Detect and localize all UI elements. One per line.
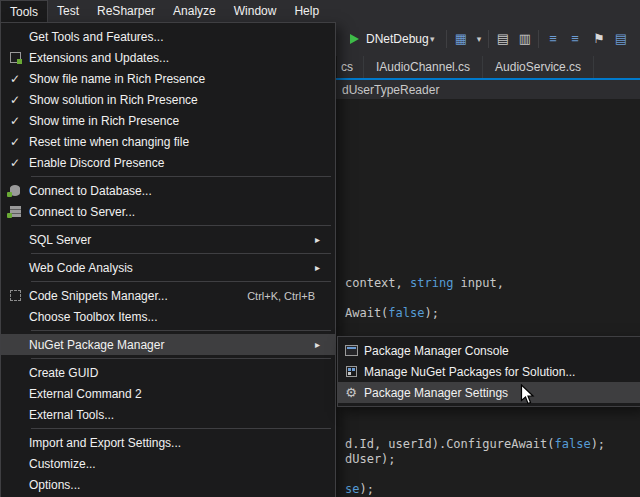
navigate-forward-icon[interactable]: ≡ [566, 22, 584, 56]
tab-label: AudioService.cs [495, 60, 581, 74]
menu-item-label: Customize... [29, 457, 331, 471]
menu-item-external-tools[interactable]: External Tools... [1, 404, 335, 425]
menu-item-label: Connect to Server... [29, 205, 331, 219]
menu-item-label: Import and Export Settings... [29, 436, 331, 450]
menu-item-label: SQL Server [29, 233, 315, 247]
open-file-icon[interactable]: ▤ [494, 22, 512, 56]
menu-item-get-tools-and-features[interactable]: Get Tools and Features... [1, 26, 335, 47]
menu-item-label: Extensions and Updates... [29, 51, 331, 65]
menu-item-label: Package Manager Console [364, 344, 636, 358]
menubar-item-test[interactable]: Test [48, 0, 88, 22]
menu-separator [31, 428, 331, 429]
task-list-icon[interactable]: ▤ [612, 22, 630, 56]
database-icon [10, 185, 20, 196]
check-icon: ✓ [1, 72, 29, 86]
menu-item-choose-toolbox-items[interactable]: Choose Toolbox Items... [1, 306, 335, 327]
check-icon: ✓ [1, 135, 29, 149]
menu-item-label: Code Snippets Manager... [29, 289, 247, 303]
save-all-icon[interactable]: ▥ [516, 22, 534, 56]
menu-item-label: External Tools... [29, 408, 331, 422]
extensions-icon [10, 52, 21, 63]
snippets-icon [10, 290, 21, 301]
find-icon[interactable]: ▦ [452, 22, 470, 56]
menu-item-show-solution-rich-presence[interactable]: ✓ Show solution in Rich Presence [1, 89, 335, 110]
tab-label: cs [341, 60, 353, 74]
menu-item-reset-time-changing-file[interactable]: ✓ Reset time when changing file [1, 131, 335, 152]
menu-item-label: Create GUID [29, 366, 331, 380]
code-line: Await(false); [345, 306, 439, 320]
menu-separator [31, 281, 331, 282]
code-line: d.Id, userId).ConfigureAwait(false); [345, 437, 605, 451]
menu-item-label: Show file name in Rich Presence [29, 72, 331, 86]
menu-item-nuget-package-manager[interactable]: NuGet Package Manager ▸ [1, 334, 335, 355]
debug-target-button[interactable]: DNetDebug [366, 22, 429, 56]
code-line: context, string input, [345, 276, 504, 290]
nuget-submenu: Package Manager Console Manage NuGet Pac… [337, 336, 640, 407]
toolbar-separator [538, 30, 539, 48]
toolbar-separator [488, 30, 489, 48]
menu-item-web-code-analysis[interactable]: Web Code Analysis ▸ [1, 257, 335, 278]
console-icon [345, 345, 358, 356]
menu-item-label: NuGet Package Manager [29, 338, 315, 352]
menu-item-show-time-rich-presence[interactable]: ✓ Show time in Rich Presence [1, 110, 335, 131]
tab-label: IAudioChannel.cs [376, 60, 470, 74]
menu-item-label: Enable Discord Presence [29, 156, 331, 170]
menu-item-label: Options... [29, 478, 331, 492]
tab-audioservice[interactable]: AudioService.cs [483, 56, 594, 78]
menu-separator [31, 253, 331, 254]
menu-item-customize[interactable]: Customize... [1, 453, 335, 474]
navigate-backward-icon[interactable]: ≡ [544, 22, 562, 56]
submenu-arrow-icon: ▸ [315, 234, 331, 245]
menubar-item-window[interactable]: Window [225, 0, 286, 22]
bookmark-icon[interactable]: ⚑ [590, 22, 608, 56]
menu-separator [31, 176, 331, 177]
tab-partial[interactable]: cs [337, 56, 364, 78]
menubar-item-tools[interactable]: Tools [0, 0, 48, 22]
menu-item-create-guid[interactable]: Create GUID [1, 362, 335, 383]
menu-item-label: External Command 2 [29, 387, 331, 401]
menu-item-enable-discord-presence[interactable]: ✓ Enable Discord Presence [1, 152, 335, 173]
menu-item-label: Connect to Database... [29, 184, 331, 198]
menu-item-external-command-2[interactable]: External Command 2 [1, 383, 335, 404]
tab-iaudiochannel[interactable]: IAudioChannel.cs [364, 56, 483, 78]
menu-item-connect-to-server[interactable]: Connect to Server... [1, 201, 335, 222]
menu-item-sql-server[interactable]: SQL Server ▸ [1, 229, 335, 250]
menu-item-label: Manage NuGet Packages for Solution... [364, 365, 636, 379]
menu-item-label: Show solution in Rich Presence [29, 93, 331, 107]
menu-separator [31, 330, 331, 331]
menu-item-shortcut: Ctrl+K, Ctrl+B [247, 290, 315, 302]
submenu-item-manage-nuget-packages[interactable]: Manage NuGet Packages for Solution... [338, 361, 640, 382]
debug-target-caret-icon[interactable]: ▾ [430, 22, 435, 56]
menu-item-code-snippets-manager[interactable]: Code Snippets Manager... Ctrl+K, Ctrl+B [1, 285, 335, 306]
menu-item-import-export-settings[interactable]: Import and Export Settings... [1, 432, 335, 453]
menu-item-show-file-name-rich-presence[interactable]: ✓ Show file name in Rich Presence [1, 68, 335, 89]
submenu-arrow-icon: ▸ [315, 339, 331, 350]
start-debug-icon[interactable] [350, 22, 359, 56]
menu-item-label: Package Manager Settings [364, 386, 636, 400]
menu-item-label: Show time in Rich Presence [29, 114, 331, 128]
debug-target-label: DNetDebug [366, 32, 429, 46]
menubar-item-analyze[interactable]: Analyze [164, 0, 225, 22]
tab-bar: cs IAudioChannel.cs AudioService.cs [337, 56, 640, 78]
submenu-item-package-manager-settings[interactable]: ⚙ Package Manager Settings [338, 382, 640, 403]
menubar-item-help[interactable]: Help [285, 0, 328, 22]
menu-separator [31, 225, 331, 226]
code-line: dUser); [345, 452, 396, 466]
vs-window: Tools Test ReSharper Analyze Window Help… [0, 0, 640, 497]
menu-separator [31, 358, 331, 359]
menu-item-label: Get Tools and Features... [29, 30, 331, 44]
menubar: Tools Test ReSharper Analyze Window Help [0, 0, 640, 22]
menu-item-extensions-and-updates[interactable]: Extensions and Updates... [1, 47, 335, 68]
menu-item-label: Reset time when changing file [29, 135, 331, 149]
submenu-item-package-manager-console[interactable]: Package Manager Console [338, 340, 640, 361]
mouse-cursor [520, 384, 535, 406]
menu-item-options[interactable]: Options... [1, 474, 335, 495]
menu-item-connect-to-database[interactable]: Connect to Database... [1, 180, 335, 201]
tools-menu: Get Tools and Features... Extensions and… [0, 22, 336, 497]
menubar-item-resharper[interactable]: ReSharper [88, 0, 164, 22]
gear-icon: ⚙ [345, 386, 357, 399]
submenu-arrow-icon: ▸ [315, 262, 331, 273]
check-icon: ✓ [1, 114, 29, 128]
find-caret-icon[interactable]: ▾ [470, 22, 488, 56]
navbar-type-dropdown[interactable]: dUserTypeReader [342, 83, 439, 97]
